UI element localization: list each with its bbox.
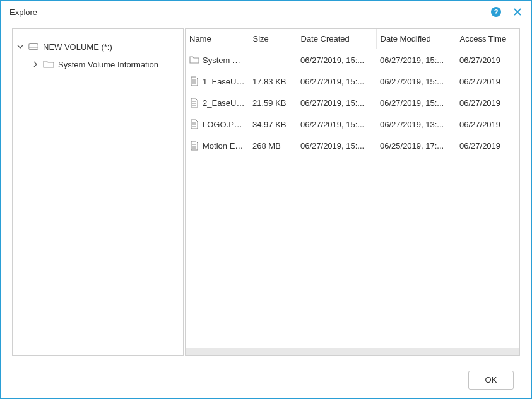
file-body-space xyxy=(186,156,519,348)
file-access: 06/27/2019 xyxy=(456,113,519,135)
file-modified: 06/27/2019, 15:... xyxy=(376,71,456,92)
tree-item-label: System Volume Information xyxy=(58,60,158,69)
tree-root-label: NEW VOLUME (*:) xyxy=(43,42,112,52)
file-modified: 06/27/2019, 13:... xyxy=(376,113,456,135)
file-created: 06/27/2019, 15:... xyxy=(297,49,376,71)
tree-root-volume[interactable]: NEW VOLUME (*:) xyxy=(16,38,179,55)
footer: OK xyxy=(1,361,531,398)
file-icon xyxy=(189,98,199,108)
file-size xyxy=(249,49,297,71)
titlebar-controls: ? xyxy=(491,7,523,17)
file-name: 1_EaseUS_... xyxy=(203,77,245,86)
file-panel: Name Size Date Created Date Modified Acc… xyxy=(185,28,520,356)
window-title: Explore xyxy=(9,8,491,17)
file-access: 06/27/2019 xyxy=(456,135,519,156)
folder-icon xyxy=(189,55,199,65)
file-size: 17.83 KB xyxy=(249,71,297,92)
file-access: 06/27/2019 xyxy=(456,71,519,92)
tree-item-sysvolinfo[interactable]: System Volume Information xyxy=(16,55,179,73)
file-created: 06/27/2019, 15:... xyxy=(297,135,376,156)
folder-icon xyxy=(43,60,54,69)
col-header-name[interactable]: Name xyxy=(186,29,249,49)
table-row[interactable]: 1_EaseUS_...17.83 KB06/27/2019, 15:...06… xyxy=(186,71,519,92)
file-table: Name Size Date Created Date Modified Acc… xyxy=(186,29,519,156)
titlebar: Explore ? xyxy=(1,1,531,23)
file-created: 06/27/2019, 15:... xyxy=(297,71,376,92)
file-size: 268 MB xyxy=(249,135,297,156)
file-name: System Volume Information xyxy=(203,55,245,65)
file-name: Motion Ele... xyxy=(203,141,245,151)
content-area: NEW VOLUME (*:) System Volume Informatio… xyxy=(1,23,531,361)
chevron-right-icon xyxy=(32,61,39,67)
file-access: 06/27/2019 xyxy=(456,92,519,113)
file-name: LOGO.PNG xyxy=(203,120,245,129)
file-modified: 06/25/2019, 17:... xyxy=(376,135,456,156)
table-row[interactable]: Motion Ele...268 MB06/27/2019, 15:...06/… xyxy=(186,135,519,156)
file-created: 06/27/2019, 15:... xyxy=(297,113,376,135)
table-row[interactable]: 2_EaseUS_...21.59 KB06/27/2019, 15:...06… xyxy=(186,92,519,113)
file-access: 06/27/2019 xyxy=(456,49,519,71)
file-modified: 06/27/2019, 15:... xyxy=(376,92,456,113)
chevron-down-icon xyxy=(16,43,24,50)
col-header-created[interactable]: Date Created xyxy=(297,29,376,49)
help-icon[interactable]: ? xyxy=(491,7,501,17)
file-modified: 06/27/2019, 15:... xyxy=(376,49,456,71)
col-header-size[interactable]: Size xyxy=(249,29,297,49)
col-header-access[interactable]: Access Time xyxy=(456,29,519,49)
table-row[interactable]: System Volume Information06/27/2019, 15:… xyxy=(186,49,519,71)
table-header-row: Name Size Date Created Date Modified Acc… xyxy=(186,29,519,49)
drive-icon xyxy=(28,42,39,51)
ok-button[interactable]: OK xyxy=(468,371,514,390)
file-icon xyxy=(189,141,199,151)
horizontal-scrollbar[interactable] xyxy=(186,348,519,355)
tree-panel: NEW VOLUME (*:) System Volume Informatio… xyxy=(12,28,184,356)
file-icon xyxy=(189,76,199,86)
file-icon xyxy=(189,119,199,129)
table-row[interactable]: LOGO.PNG34.97 KB06/27/2019, 15:...06/27/… xyxy=(186,113,519,135)
col-header-modified[interactable]: Date Modified xyxy=(376,29,456,49)
explore-window: Explore ? NEW VOLUME (*:) xyxy=(0,0,532,399)
file-created: 06/27/2019, 15:... xyxy=(297,92,376,113)
close-icon[interactable] xyxy=(512,7,523,17)
file-size: 21.59 KB xyxy=(249,92,297,113)
file-name: 2_EaseUS_... xyxy=(203,98,245,108)
file-size: 34.97 KB xyxy=(249,113,297,135)
